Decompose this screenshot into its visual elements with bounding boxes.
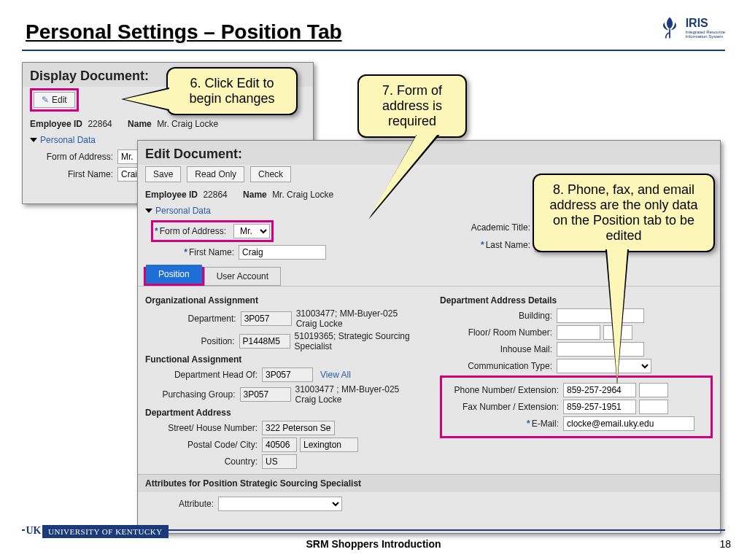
pos-side: 51019365; Strategic Sourcing Specialist	[295, 331, 418, 351]
edit-button-highlight: ✎Edit	[30, 88, 79, 112]
callout-7-text: 7. Form of address is required	[382, 83, 442, 128]
callout-8: 8. Phone, fax, and email address are the…	[533, 174, 715, 252]
required-star-icon: *	[527, 419, 530, 429]
readonly-button[interactable]: Read Only	[187, 166, 244, 182]
callout-8-text: 8. Phone, fax, and email address are the…	[549, 182, 697, 243]
iris-sub2: Information System	[686, 34, 725, 39]
foa-select[interactable]: Mr.	[233, 224, 270, 238]
emp-id-value2: 22864	[203, 190, 227, 200]
emp-id-value: 22864	[88, 119, 112, 129]
dept-head-label: Department Head Of:	[145, 370, 262, 380]
pg-input	[240, 387, 291, 402]
fn-input2[interactable]	[239, 245, 326, 260]
edit-button[interactable]: ✎Edit	[34, 92, 75, 108]
personal-data-section2[interactable]: Personal Data	[138, 203, 218, 219]
zip-input	[262, 438, 297, 452]
acad-label: Academic Title:	[447, 222, 535, 233]
floor-label: Floor/ Room Number:	[440, 327, 557, 338]
fax-label: Fax Number / Extension:	[446, 402, 563, 412]
name-value2: Mr. Craig Locke	[272, 190, 333, 200]
uk-badge: UNIVERSITY OF KENTUCKY	[29, 525, 169, 538]
name-label2: Name	[243, 190, 267, 200]
attributes-bar: Attributes for Position Strategic Sourci…	[138, 474, 720, 492]
fn-label: First Name:	[30, 169, 117, 179]
check-button[interactable]: Check	[250, 166, 291, 182]
callout-6: 6. Click Edit to begin changes	[166, 67, 298, 115]
edit-label: Edit	[52, 95, 67, 105]
pencil-icon: ✎	[42, 95, 49, 105]
comm-label: Communication Type:	[440, 361, 557, 371]
required-star-icon: *	[184, 247, 187, 257]
personal-data-label2: Personal Data	[155, 206, 211, 216]
func-assign-header: Functional Assignment	[145, 354, 418, 365]
emp-id-label2: Employee ID	[145, 190, 198, 200]
phone-label: Phone Number/ Extension:	[446, 385, 563, 395]
position-tab-highlight: Position	[144, 267, 204, 286]
personal-data-label: Personal Data	[40, 135, 96, 145]
title-rule	[22, 50, 725, 51]
iris-text: IRIS	[686, 17, 725, 30]
foa-label2: Form of Address:	[160, 226, 226, 236]
country-input	[262, 454, 297, 469]
personal-data-section[interactable]: Personal Data	[23, 132, 103, 148]
attribute-label: Attribute:	[145, 499, 218, 509]
inhouse-label: Inhouse Mail:	[440, 344, 557, 354]
street-input	[262, 421, 335, 435]
foa-label: Form of Address:	[30, 152, 117, 162]
foa-highlight: *Form of Address: Mr.	[151, 220, 274, 242]
attribute-select[interactable]	[218, 497, 342, 511]
tab-user-account[interactable]: User Account	[204, 267, 281, 286]
city-label: Postal Code/ City:	[145, 440, 262, 450]
iris-logo: IRIS Integrated Resource Information Sys…	[657, 15, 725, 41]
tab-position[interactable]: Position	[146, 265, 202, 284]
ln-label: Last Name:	[486, 240, 530, 250]
iris-icon	[657, 15, 683, 41]
name-value: Mr. Craig Locke	[157, 119, 218, 129]
required-star-icon: *	[481, 240, 484, 250]
addr-details-header: Department Address Details	[440, 295, 713, 306]
pos-label: Position:	[145, 336, 239, 346]
fax-ext-input[interactable]	[639, 400, 668, 414]
comm-select[interactable]	[557, 359, 651, 373]
fn-label2: First Name:	[189, 247, 234, 257]
dept-addr-header: Department Address	[145, 408, 418, 418]
save-button[interactable]: Save	[145, 166, 181, 182]
dept-input	[241, 311, 292, 326]
callout-6-text: 6. Click Edit to begin changes	[189, 76, 274, 106]
pg-label: Purchasing Group:	[145, 389, 240, 400]
pos-input	[239, 334, 290, 349]
street-label: Street/ House Number:	[145, 423, 262, 433]
chevron-down-icon	[30, 138, 37, 142]
building-input[interactable]	[557, 308, 644, 323]
email-input[interactable]	[563, 416, 694, 431]
contact-fields-highlight: Phone Number/ Extension: Fax Number / Ex…	[440, 376, 713, 438]
page-title: Personal Settings – Position Tab	[26, 20, 342, 44]
country-label: Country:	[145, 456, 262, 467]
phone-input[interactable]	[563, 383, 636, 397]
fax-input[interactable]	[563, 400, 636, 414]
city-input	[300, 438, 358, 452]
phone-ext-input[interactable]	[639, 383, 668, 397]
name-label: Name	[128, 119, 152, 129]
view-all-link[interactable]: View All	[320, 370, 351, 380]
chevron-down-icon	[145, 209, 152, 213]
floor-input[interactable]	[557, 325, 600, 340]
required-star-icon: *	[155, 226, 158, 236]
inhouse-input[interactable]	[557, 342, 644, 357]
dept-side: 31003477; MM-Buyer-025 Craig Locke	[296, 308, 418, 329]
dept-label: Department:	[145, 314, 241, 324]
email-label: E-Mail:	[532, 419, 559, 429]
uk-logo-icon: UK	[25, 523, 42, 539]
pg-side: 31003477 ; MM-Buyer-025 Craig Locke	[295, 384, 419, 405]
callout-7: 7. Form of address is required	[357, 74, 467, 138]
footer-title: SRM Shoppers Introduction	[0, 538, 747, 550]
emp-id-label: Employee ID	[30, 119, 82, 129]
dept-head-input	[262, 368, 313, 382]
building-label: Building:	[440, 311, 557, 321]
page-number: 18	[719, 538, 731, 550]
org-assign-header: Organizational Assignment	[145, 295, 418, 306]
